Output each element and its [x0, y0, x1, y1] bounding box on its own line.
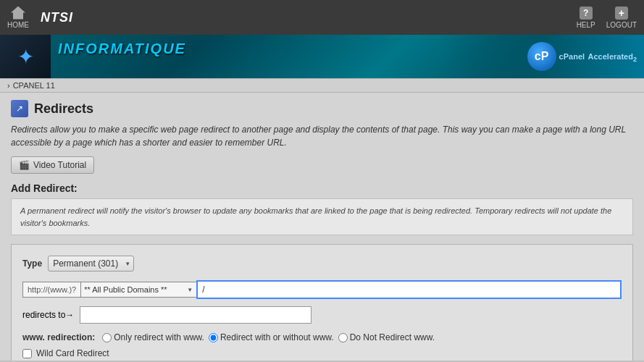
- logout-icon: +: [615, 7, 628, 20]
- www-radio-2[interactable]: [209, 333, 218, 342]
- www-option1-text: Only redirect with www.: [114, 332, 204, 342]
- breadcrumb-item: CPANEL 11: [13, 81, 55, 90]
- page-title-row: ↗ Redirects: [11, 100, 633, 117]
- banner-right: cP cPanel Accelerated2: [441, 35, 644, 78]
- type-select[interactable]: Permanent (301) Temporary (302): [48, 256, 134, 272]
- home-icon: [11, 7, 25, 20]
- www-radio-1[interactable]: [102, 333, 112, 342]
- url-prefix: http://(www.)?: [22, 282, 80, 298]
- redirects-to-row: redirects to→: [22, 306, 622, 324]
- cpanel-icon: cP: [527, 42, 556, 71]
- cpanel-logo: cP cPanel Accelerated2: [527, 42, 637, 71]
- domain-select[interactable]: ** All Public Domains **: [80, 282, 196, 298]
- logout-button[interactable]: + LOGOUT: [606, 7, 637, 29]
- redirects-to-input[interactable]: [80, 306, 311, 324]
- add-redirect-heading: Add Redirect:: [11, 182, 633, 194]
- form-panel: Type Permanent (301) Temporary (302) htt…: [11, 244, 633, 361]
- film-icon: 🎬: [19, 160, 30, 170]
- main-content: ↗ Redirects Redirects allow you to make …: [0, 93, 644, 361]
- help-label: HELP: [577, 21, 595, 29]
- company-logo: NTSI: [41, 10, 73, 25]
- redirects-icon: ↗: [11, 100, 28, 117]
- www-option3-label[interactable]: Do Not Redirect www.: [338, 332, 435, 342]
- domain-select-wrap: ** All Public Domains **: [80, 282, 196, 298]
- breadcrumb-arrow: ›: [7, 81, 10, 90]
- cpanel-text: cPanel Accelerated2: [559, 49, 637, 63]
- www-radio-3[interactable]: [338, 333, 348, 342]
- www-option2-text: Redirect with or without www.: [220, 332, 334, 342]
- brand-logo: ✦: [0, 35, 51, 78]
- type-row: Type Permanent (301) Temporary (302): [22, 256, 622, 272]
- help-button[interactable]: ? HELP: [577, 7, 595, 29]
- www-option3-text: Do Not Redirect www.: [350, 332, 435, 342]
- top-navigation: HOME NTSI ? HELP + LOGOUT: [0, 0, 644, 35]
- wildcard-row: Wild Card Redirect: [22, 348, 622, 358]
- www-option2-label[interactable]: Redirect with or without www.: [209, 332, 334, 342]
- info-box: A permanent redirect will notify the vis…: [11, 198, 633, 235]
- star-icon: ✦: [17, 45, 34, 69]
- www-option1-label[interactable]: Only redirect with www.: [102, 332, 204, 342]
- help-icon: ?: [580, 7, 593, 20]
- video-btn-label: Video Tutorial: [33, 160, 86, 170]
- home-button[interactable]: HOME: [7, 7, 29, 29]
- wildcard-label: Wild Card Redirect: [36, 348, 109, 358]
- breadcrumb: › CPANEL 11: [0, 78, 644, 93]
- nav-right: ? HELP + LOGOUT: [577, 7, 637, 29]
- cpanel-label: cPanel: [559, 52, 585, 61]
- cpanel-version: Accelerated2: [588, 52, 637, 61]
- path-input[interactable]: [196, 280, 622, 299]
- banner: ✦ INFORMATIQUE cP cPanel Accelerated2: [0, 35, 644, 78]
- wildcard-checkbox[interactable]: [22, 349, 32, 358]
- page-description: Redirects allow you to make a specific w…: [11, 123, 633, 149]
- www-label: www. redirection:: [22, 332, 95, 342]
- url-row: http://(www.)? ** All Public Domains **: [22, 280, 622, 299]
- nav-left: HOME NTSI: [7, 7, 73, 29]
- home-label: HOME: [7, 21, 29, 29]
- www-redirection-row: www. redirection: Only redirect with www…: [22, 332, 622, 342]
- type-select-wrap: Permanent (301) Temporary (302): [48, 256, 134, 272]
- video-tutorial-button[interactable]: 🎬 Video Tutorial: [11, 156, 94, 174]
- redirects-to-label: redirects to→: [22, 310, 74, 320]
- page-title: Redirects: [34, 101, 93, 117]
- logout-label: LOGOUT: [606, 21, 637, 29]
- type-label: Type: [22, 258, 42, 269]
- banner-title: INFORMATIQUE: [58, 41, 186, 57]
